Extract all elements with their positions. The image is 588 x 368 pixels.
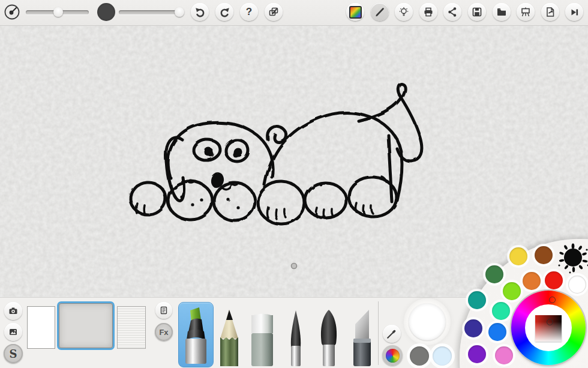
easel-icon [520,7,531,17]
redo-button[interactable] [215,3,233,21]
quick-swatch-gray[interactable] [410,346,429,366]
easel-button[interactable] [517,3,535,21]
quick-swatch-pale-blue[interactable] [433,346,452,366]
color-spectrum-icon [349,6,362,19]
share-icon [447,7,458,17]
save-button[interactable] [468,3,486,21]
shade-selector[interactable] [547,319,553,325]
share-button[interactable] [443,3,461,21]
undo-button[interactable] [191,3,209,21]
swatch-navy[interactable] [464,319,482,337]
brush-preview-dot[interactable] [97,3,115,21]
print-icon [423,7,434,17]
swatch-azure[interactable] [488,323,506,341]
hue-wheel[interactable] [511,291,586,365]
help-label: ? [246,6,252,18]
swatch-yellow[interactable] [509,247,527,265]
eyedropper-icon [386,328,397,339]
brush-line-icon [374,7,385,17]
folder-button[interactable] [493,3,511,21]
sketches-logo-button[interactable]: S [4,344,23,363]
sketches-logo-label: S [10,348,17,360]
stray-paint-dot [292,264,297,269]
toolbar-separator [378,301,379,365]
swatch-brown[interactable] [535,246,553,264]
swatch-chartreuse[interactable] [503,282,521,300]
hue-selector[interactable] [549,297,556,303]
image-icon [8,327,19,337]
swatch-orange[interactable] [523,272,541,290]
color-wheel-mini-icon [386,349,400,363]
fx-button[interactable]: Fx [155,323,173,341]
color-wheel-button[interactable] [382,345,403,366]
swatch-white[interactable] [568,276,586,294]
canvas-paper-texture [0,25,588,297]
duplicate-transform-button[interactable] [265,3,283,21]
paper-style-canvas-grid[interactable] [117,306,146,349]
tool-eraser[interactable] [247,307,277,367]
drawing-canvas[interactable] [0,25,588,297]
app-window: ? [0,0,588,368]
tool-pencil[interactable] [215,307,243,367]
redo-icon [220,7,230,17]
brush-opacity-slider-thumb[interactable] [175,7,184,17]
swatch-pink[interactable] [495,346,513,364]
swatch-forest-green[interactable] [485,265,503,283]
brush-opacity-slider[interactable] [119,10,182,14]
undo-icon [195,7,205,17]
swatch-black-splat[interactable] [556,240,588,275]
camera-icon [8,306,19,316]
current-color-swatch[interactable] [409,303,446,340]
skip-end-button[interactable] [565,3,583,21]
brush-mode-button[interactable] [371,3,389,21]
brush-size-slider-thumb[interactable] [53,7,63,17]
brush-size-slider[interactable] [26,10,89,14]
idea-button[interactable] [395,3,413,21]
tool-round-brush[interactable] [314,307,343,367]
folder-icon [496,7,507,17]
swatch-spring-green[interactable] [492,302,510,320]
paper-settings-button[interactable] [155,302,172,319]
pressure-dial-icon[interactable] [4,4,20,20]
print-button[interactable] [419,3,437,21]
export-page-icon [545,7,556,17]
paper-style-white[interactable] [27,306,55,349]
paper-style-gray-felt-selected[interactable] [57,301,115,350]
swatch-violet[interactable] [468,345,486,363]
save-icon [472,7,482,17]
skip-end-icon [569,7,580,17]
eyedropper-button[interactable] [383,325,401,343]
fx-label: Fx [159,328,168,337]
page-icon [159,306,169,315]
import-image-button[interactable] [4,323,22,341]
camera-button[interactable] [4,302,22,320]
help-button[interactable]: ? [240,3,258,21]
duplicate-transform-icon [268,7,279,17]
top-toolbar: ? [0,0,588,26]
tool-palette-knife[interactable] [347,307,377,367]
color-spectrum-button[interactable] [346,3,364,21]
export-button[interactable] [541,3,559,21]
idea-bulb-icon [398,7,409,17]
tool-marker[interactable] [181,305,210,365]
swatch-teal[interactable] [468,291,486,309]
tool-felt-liner[interactable] [282,307,310,367]
